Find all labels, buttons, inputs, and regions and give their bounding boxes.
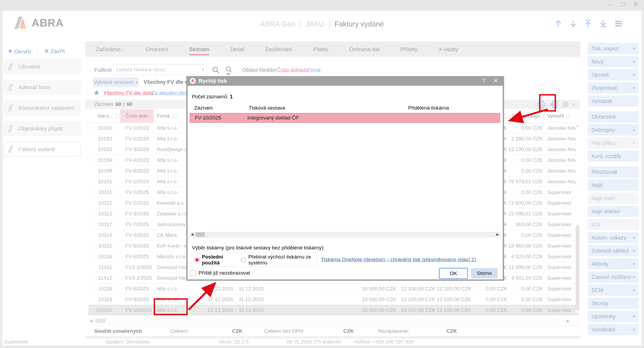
scroll-left-icon[interactable]: ◀ (90, 319, 93, 323)
radio-system-default[interactable]: Přebírat výchozí tiskárnu ze systému (241, 254, 317, 266)
gear-icon[interactable]: ⚙ (562, 100, 569, 108)
sidebar-item[interactable]: Komunikační nastavení (4, 101, 80, 115)
cell-amount: 0,00 CZK (472, 305, 508, 315)
chevron-down-icon[interactable]: ▾ (202, 67, 207, 72)
scrollbar-thumb[interactable] (576, 225, 579, 311)
search-area-firm-link[interactable]: Firma (307, 67, 321, 73)
sidebar-item[interactable]: Objednávky přijaté (4, 121, 80, 136)
sidebar-item[interactable]: Uživatelé (4, 59, 80, 74)
column-header-var-symbol[interactable]: Var.s... (96, 109, 120, 123)
action-button[interactable]: Najít ▾ (588, 179, 639, 191)
tab[interactable]: X-vazby (438, 42, 458, 57)
action-button[interactable]: Zkopírovat ▾ (588, 82, 639, 93)
dont-show-checkbox[interactable]: Příště již nezobrazovat (190, 270, 250, 276)
scrollbar-thumb[interactable] (196, 232, 205, 237)
action-button[interactable]: EDI ▾ (588, 219, 639, 230)
sidebar-item[interactable]: Adresář firem (4, 80, 80, 95)
tab[interactable]: Platby (313, 42, 328, 57)
arrow-bottom-icon[interactable] (599, 19, 607, 28)
column-header-total-paid[interactable]: Celkem zapl. (508, 109, 546, 123)
action-button[interactable]: Plat.příkaz ▾ (588, 137, 639, 149)
dialog-horizontal-scrollbar[interactable]: ◀ ▶ (190, 232, 500, 238)
checkbox-icon[interactable] (566, 114, 570, 118)
tab[interactable]: Detail (230, 42, 244, 57)
excel-export-icon[interactable]: X (550, 100, 558, 108)
open-button[interactable]: + Otevřít (8, 47, 31, 55)
action-button[interactable]: Časové rozlišení ▾ (588, 271, 639, 283)
arrow-up-icon[interactable] (554, 19, 562, 28)
checkbox-icon[interactable] (190, 270, 196, 276)
radio-last-used[interactable]: Poslední použitá (194, 254, 234, 266)
action-button[interactable]: Najít doklad ▾ (588, 206, 639, 217)
dialog-close-icon[interactable]: ✕ (491, 77, 501, 84)
scroll-down-icon[interactable]: ▼ (575, 312, 580, 316)
checkbox-icon[interactable] (544, 114, 546, 118)
action-button[interactable]: Tisk, export ▾ (588, 43, 639, 54)
arrow-down-icon[interactable] (569, 19, 577, 28)
fulltext-combobox[interactable]: ▾ (113, 64, 207, 75)
action-button[interactable]: Autom. vzkazy ▾ (588, 232, 639, 243)
ok-button[interactable]: OK (439, 268, 468, 279)
tab[interactable]: Omezení (146, 42, 168, 57)
tab[interactable]: Seznam (189, 42, 209, 57)
radio-selected-icon (194, 257, 200, 263)
menu-icon[interactable] (614, 19, 623, 28)
chevron-down-icon[interactable]: ▾ (573, 102, 575, 106)
table-row[interactable]: 101110 FV-10/2025 Alfa s.r.o. 17.12.2025… (88, 305, 576, 316)
column-header-created-by[interactable]: Vytvořil (546, 109, 576, 123)
favorite-restriction-link[interactable]: Všechny FV dle data (103, 90, 153, 96)
tab[interactable]: Zaúčtování (265, 42, 292, 57)
table-row[interactable]: 10118 FV-8/2025 Alfa s.r.o. 17.12.2025 3… (88, 283, 576, 294)
help-icon[interactable]: ? (479, 77, 488, 84)
action-button[interactable]: Najít další ▾ (588, 193, 639, 204)
tab[interactable]: Ochrana dat (349, 42, 379, 57)
arrow-top-icon[interactable] (584, 19, 592, 28)
minimize-icon[interactable]: – (606, 1, 613, 8)
search-area-doc-link[interactable]: Číslo dokladu (277, 67, 308, 73)
print-grid-row[interactable]: FV-10/2025 Integrovaný doklad ČP (190, 113, 500, 123)
close-icon[interactable]: ✕ (632, 1, 639, 8)
action-button[interactable]: Upomínky ▾ (588, 311, 639, 322)
tab[interactable]: Začínáme... (96, 42, 125, 57)
close-agenda-button[interactable]: ✕ Zavřít (44, 48, 65, 55)
action-button[interactable]: SCM ▾ (588, 285, 639, 296)
action-button[interactable]: Nový ▾ (588, 56, 639, 67)
checkbox-icon[interactable] (116, 114, 120, 118)
action-button[interactable]: Vymáhání ▾ (588, 324, 639, 335)
scroll-left-icon[interactable]: ◀ (191, 232, 193, 236)
maximize-icon[interactable]: □ (619, 1, 626, 8)
scroll-up-icon[interactable]: ▲ (575, 124, 580, 128)
action-button[interactable]: Přeúčtovat ▾ (588, 166, 639, 178)
restriction-selector[interactable]: Vybrané omezení ▾ (93, 77, 138, 87)
tab[interactable]: Přílohy (400, 42, 418, 57)
action-button[interactable]: Občerstvit ▾ (588, 111, 639, 122)
horizontal-scrollbar[interactable]: ◀ ▶ (88, 318, 571, 324)
cell-document-number: FV-5/2025 (120, 241, 154, 251)
search-marked-icon[interactable] (225, 66, 233, 75)
agenda-icon (8, 125, 13, 132)
action-button[interactable]: Vymazat ▾ (588, 95, 639, 107)
print-icon[interactable] (537, 100, 546, 108)
action-button[interactable]: Kurz. rozdíly ▾ (588, 151, 639, 162)
search-input[interactable] (113, 66, 202, 73)
table-row[interactable]: 10119 FV-9/2025 Alfa s.r.o. 17.12.2025 3… (88, 294, 576, 305)
column-header-document-number[interactable]: Číslo dokl...▲ (120, 109, 154, 123)
cancel-button[interactable]: Storno (471, 268, 497, 278)
period-restriction-link[interactable]: Za aktuální obdo (152, 90, 190, 96)
sidebar-item[interactable]: Faktury vydané (4, 142, 80, 156)
favorite-star-icon[interactable]: ★ (93, 88, 100, 97)
scroll-right-icon[interactable]: ▶ (567, 319, 570, 323)
action-button[interactable]: Skonta ▾ (588, 298, 639, 309)
vertical-scrollbar[interactable]: ▲ ▼ (575, 124, 580, 316)
action-button[interactable]: Opravit ▾ (588, 69, 639, 80)
action-button[interactable]: Aktivity ▾ (588, 258, 639, 270)
action-button[interactable]: Dobropisy ▾ (588, 124, 639, 136)
dialog-titlebar[interactable]: Rychlý tisk ? ✕ (186, 76, 504, 86)
action-button[interactable]: Zobrazit náhled ▾ (588, 245, 639, 256)
scroll-right-icon[interactable]: ▶ (496, 232, 499, 236)
checkbox-icon[interactable] (172, 114, 176, 118)
search-icon[interactable] (212, 66, 220, 75)
printer-link[interactable]: Tiskárna OneNote (desktop) – chráněný ti… (321, 257, 476, 263)
sidebar-item-label: Uživatelé (18, 64, 40, 70)
scrollbar-thumb[interactable] (95, 319, 106, 323)
